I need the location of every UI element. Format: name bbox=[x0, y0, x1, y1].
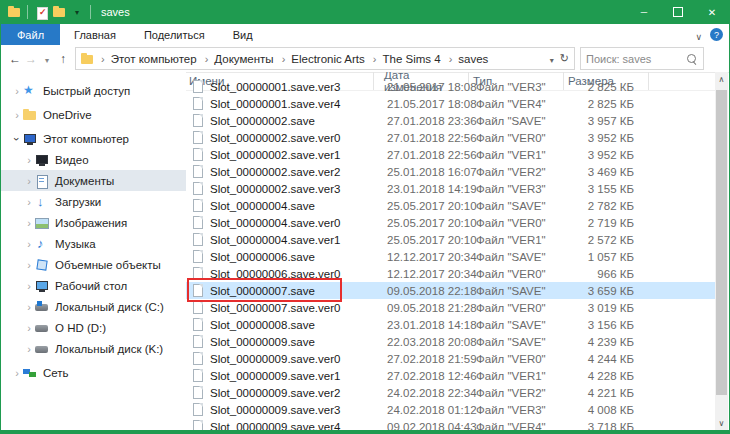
file-row[interactable]: Slot_00000002.save.ver2 25.01.2018 16:07… bbox=[186, 163, 717, 180]
sidebar-item[interactable]: Рабочий стол bbox=[1, 275, 186, 296]
expander-icon[interactable] bbox=[23, 238, 35, 250]
expander-icon[interactable] bbox=[23, 280, 35, 292]
file-row[interactable]: Slot_00000004.save 25.05.2017 20:10 Файл… bbox=[186, 197, 717, 214]
vertical-scrollbar[interactable] bbox=[715, 72, 728, 430]
window-bottom-border bbox=[1, 430, 729, 434]
file-type: Файл "VER0" bbox=[474, 132, 561, 144]
expander-icon[interactable] bbox=[23, 196, 35, 208]
documents-icon bbox=[35, 174, 49, 188]
file-icon bbox=[193, 216, 203, 229]
quick-access-toolbar-dropdown[interactable] bbox=[68, 3, 86, 21]
file-row[interactable]: Slot_00000004.save.ver1 25.05.2017 20:10… bbox=[186, 231, 717, 248]
file-row[interactable]: Slot_00000007.save 09.05.2018 22:18 Файл… bbox=[186, 282, 717, 299]
close-button[interactable] bbox=[695, 0, 729, 24]
file-row[interactable]: Slot_00000009.save.ver3 24.02.2018 01:12… bbox=[186, 401, 717, 418]
maximize-button[interactable] bbox=[661, 0, 695, 24]
file-row[interactable]: Slot_00000007.save.ver0 09.05.2018 21:28… bbox=[186, 299, 717, 316]
breadcrumb-segment[interactable]: Этот компьютер bbox=[94, 53, 198, 65]
scrollbar-thumb[interactable] bbox=[716, 90, 727, 395]
file-row[interactable]: Slot_00000009.save.ver4 09.02.2018 04:43… bbox=[186, 418, 717, 430]
sidebar-item[interactable]: Локальный диск (K:) bbox=[1, 338, 186, 359]
file-row[interactable]: Slot_00000009.save 22.03.2018 20:08 Файл… bbox=[186, 333, 717, 350]
file-date: 27.01.2018 22:56 bbox=[374, 132, 474, 144]
expander-icon[interactable] bbox=[23, 322, 35, 334]
expander-icon[interactable] bbox=[23, 154, 35, 166]
ribbon-tab[interactable]: Вид bbox=[219, 24, 267, 45]
computer-icon bbox=[23, 132, 37, 146]
file-type: Файл "VER0" bbox=[474, 302, 561, 314]
file-row[interactable]: Slot_00000006.save 12.12.2017 20:34 Файл… bbox=[186, 248, 717, 265]
help-icon[interactable]: ? bbox=[710, 28, 723, 41]
sidebar-item[interactable]: Сеть bbox=[1, 362, 186, 383]
breadcrumb-segment[interactable]: saves bbox=[442, 53, 490, 65]
expander-icon[interactable] bbox=[11, 109, 23, 121]
sidebar-item[interactable]: Объемные объекты bbox=[1, 254, 186, 275]
expander-icon[interactable] bbox=[23, 259, 35, 271]
sidebar-item[interactable]: O HD (D:) bbox=[1, 317, 186, 338]
search-input[interactable]: Поиск: saves bbox=[580, 47, 704, 70]
file-name: Slot_00000002.save bbox=[210, 115, 374, 127]
back-button[interactable] bbox=[7, 52, 23, 66]
breadcrumb-segment[interactable]: Документы bbox=[198, 53, 275, 65]
properties-icon bbox=[34, 5, 48, 19]
scroll-down-icon[interactable] bbox=[715, 416, 728, 430]
sidebar-item[interactable]: Музыка bbox=[1, 233, 186, 254]
new-folder-quick-button[interactable] bbox=[50, 3, 68, 21]
sidebar-item[interactable]: Этот компьютер bbox=[1, 128, 186, 149]
file-size: 2 572 КБ bbox=[561, 234, 634, 246]
scroll-up-icon[interactable] bbox=[715, 72, 728, 86]
file-row[interactable]: Slot_00000001.save.ver4 21.05.2017 18:08… bbox=[186, 95, 717, 112]
expander-icon[interactable] bbox=[23, 217, 35, 229]
expander-icon[interactable] bbox=[23, 175, 35, 187]
sidebar-item[interactable]: Быстрый доступ bbox=[1, 80, 186, 101]
file-date: 25.05.2017 20:10 bbox=[374, 200, 474, 212]
tab-file[interactable]: Файл bbox=[1, 24, 60, 45]
up-button[interactable] bbox=[55, 52, 71, 66]
search-icon[interactable] bbox=[687, 54, 696, 63]
sidebar-item[interactable]: Документы bbox=[1, 170, 186, 191]
file-date: 21.05.2017 18:08 bbox=[374, 98, 474, 110]
expander-icon[interactable] bbox=[11, 133, 23, 145]
file-row[interactable]: Slot_00000001.save.ver3 21.05.2017 18:08… bbox=[186, 78, 717, 95]
file-type: Файл "VER3" bbox=[474, 81, 561, 93]
address-bar[interactable]: Этот компьютер Документы Electronic Arts… bbox=[75, 47, 575, 70]
file-row[interactable]: Slot_00000002.save.ver1 27.01.2018 22:56… bbox=[186, 146, 717, 163]
collapse-ribbon-icon[interactable] bbox=[695, 26, 702, 44]
breadcrumb-segment[interactable]: The Sims 4 bbox=[366, 53, 442, 65]
file-row[interactable]: Slot_00000008.save 23.01.2018 14:18 Файл… bbox=[186, 316, 717, 333]
sidebar-item[interactable]: Видео bbox=[1, 149, 186, 170]
file-row[interactable]: Slot_00000002.save 27.01.2018 23:36 Файл… bbox=[186, 112, 717, 129]
expander-icon[interactable] bbox=[11, 367, 23, 379]
file-row[interactable]: Slot_00000002.save.ver3 23.01.2018 14:19… bbox=[186, 180, 717, 197]
file-row[interactable]: Slot_00000009.save.ver0 27.02.2018 21:59… bbox=[186, 350, 717, 367]
expander-icon[interactable] bbox=[23, 301, 35, 313]
file-row[interactable]: Slot_00000004.save.ver0 25.05.2017 20:10… bbox=[186, 214, 717, 231]
properties-quick-button[interactable] bbox=[32, 3, 50, 21]
sidebar-item[interactable]: Загрузки bbox=[1, 191, 186, 212]
file-row[interactable]: Slot_00000002.save.ver0 27.01.2018 22:56… bbox=[186, 129, 717, 146]
sidebar-item[interactable]: Локальный диск (C:) bbox=[1, 296, 186, 317]
titlebar-separator bbox=[27, 5, 28, 19]
refresh-icon[interactable] bbox=[560, 52, 569, 65]
breadcrumb-segment[interactable]: Electronic Arts bbox=[275, 53, 366, 65]
recent-locations-dropdown[interactable] bbox=[39, 52, 55, 66]
sidebar-item[interactable]: Изображения bbox=[1, 212, 186, 233]
ribbon-tab[interactable]: Поделиться bbox=[130, 24, 219, 45]
file-name: Slot_00000004.save.ver1 bbox=[210, 234, 374, 246]
address-history-dropdown[interactable] bbox=[550, 53, 554, 65]
file-name: Slot_00000009.save.ver3 bbox=[210, 404, 374, 416]
sidebar-item[interactable]: OneDrive bbox=[1, 104, 186, 125]
minimize-button[interactable] bbox=[627, 0, 661, 24]
file-row[interactable]: Slot_00000006.save.ver0 12.12.2017 20:34… bbox=[186, 265, 717, 282]
file-row[interactable]: Slot_00000009.save.ver1 27.02.2018 12:46… bbox=[186, 367, 717, 384]
file-date: 27.01.2018 23:36 bbox=[374, 115, 474, 127]
file-type: Файл "VER4" bbox=[474, 98, 561, 110]
file-size: 966 КБ bbox=[561, 268, 634, 280]
ribbon-tabs: Главная Поделиться Вид bbox=[60, 24, 267, 45]
file-row[interactable]: Slot_00000009.save.ver2 24.02.2018 22:34… bbox=[186, 384, 717, 401]
expander-icon[interactable] bbox=[11, 85, 23, 97]
file-type: Файл "VER3" bbox=[474, 404, 561, 416]
ribbon-tab[interactable]: Главная bbox=[60, 24, 130, 45]
forward-button[interactable] bbox=[23, 52, 39, 66]
expander-icon[interactable] bbox=[23, 343, 35, 355]
